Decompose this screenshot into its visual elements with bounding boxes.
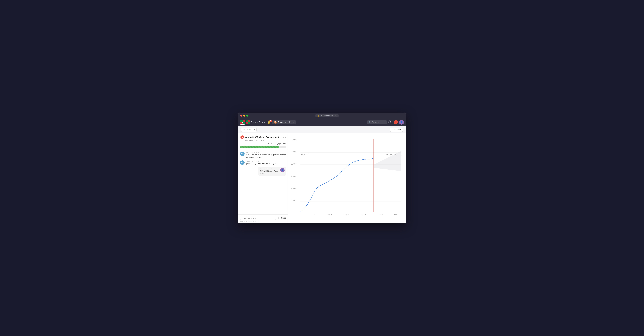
data-dot — [318, 187, 318, 188]
help-button[interactable]: ? — [388, 120, 392, 124]
data-dot — [358, 160, 359, 161]
new-kpi-label: + New KPI — [392, 128, 401, 131]
breadcrumb-text: Reporting / KPIs — [278, 121, 292, 123]
lock-icon: 🔒 — [318, 115, 320, 117]
svg-rect-8 — [248, 122, 250, 124]
y-label-20000: 20,000 — [291, 163, 296, 165]
search-label: Search — [372, 121, 378, 123]
right-panel: 30,000 25,000 20,000 15,000 10,000 5,000 — [288, 133, 406, 223]
notification-bell[interactable]: 🔔 49 — [268, 121, 271, 124]
kpi-header: W August 2022 Weibo Engagement ✎ ‹ Mon 1… — [238, 133, 288, 150]
content-area: W August 2022 Weibo Engagement ✎ ‹ Mon 1… — [238, 133, 406, 223]
comment-text: May Li set a KPI of 23,000 Engagement fo… — [246, 153, 286, 159]
svg-rect-5 — [246, 120, 248, 122]
data-dot — [341, 171, 342, 172]
comment-input-row: + SEND — [240, 216, 286, 220]
url-text: app.kawo.com — [321, 115, 333, 117]
kpi-target-row: 23,000 Engagement — [240, 142, 286, 145]
main-content: Active KPIs ▾ + New KPI W August 2022 We… — [238, 126, 406, 223]
kpi-date: Mon 1 Aug - Wed 31 Aug — [245, 139, 286, 141]
target-label: TARGET — [301, 154, 308, 155]
reload-icon[interactable]: ↻ — [335, 114, 336, 117]
chart-area: 30,000 25,000 20,000 15,000 10,000 5,000 — [291, 135, 403, 221]
y-label-30000: 30,000 — [291, 139, 296, 140]
collapse-icon[interactable]: ‹ — [285, 136, 286, 138]
add-button[interactable]: + — [394, 120, 398, 124]
reply-timestamp: Fri 19 Aug at 15:20 — [260, 168, 279, 170]
reporting-icon: 📊 — [274, 121, 276, 124]
url-bar: 🔒 app.kawo.com ↻ — [250, 114, 404, 117]
x-label-aug30: Aug 30 — [394, 214, 399, 215]
url-pill[interactable]: 🔒 app.kawo.com ↻ — [316, 114, 339, 117]
x-label-aug15: Aug 15 — [344, 214, 350, 215]
maximize-button[interactable] — [246, 115, 248, 117]
comment-hint: Type @ to mention a user... — [240, 220, 286, 222]
data-dot — [334, 177, 335, 178]
left-panel: W August 2022 Weibo Engagement ✎ ‹ Mon 1… — [238, 133, 288, 223]
y-label-10000: 10,000 — [291, 188, 296, 190]
comment-body: Fri 19 Aug at 15:18 @Alex Feng Add a vot… — [246, 160, 286, 165]
comment-item: ML Wed 13 Jul at 18:20 May Li set a KPI … — [240, 151, 286, 159]
reply-wrapper: Fri 19 Aug at 15:20 @May Li No pro. Done… — [240, 167, 286, 176]
y-label-15000: 15,000 — [291, 176, 296, 177]
weibo-icon: W — [240, 135, 244, 139]
kpi-filter-label: Active KPIs — [243, 128, 253, 131]
comment-avatar: ML — [240, 151, 244, 156]
title-bar: 🔒 app.kawo.com ↻ — [238, 113, 406, 119]
x-label-aug10: Aug 10 — [328, 214, 333, 215]
comment-reply: Fri 19 Aug at 15:20 @May Li No pro. Done… — [258, 167, 286, 176]
toolbar: Active KPIs ▾ + New KPI — [238, 126, 406, 133]
data-dot — [362, 159, 362, 160]
data-dot — [365, 159, 366, 159]
data-dot — [368, 159, 369, 159]
data-dot — [355, 161, 356, 162]
x-label-aug20: Aug 20 — [361, 214, 366, 215]
comment-timestamp: Wed 13 Jul at 18:20 — [246, 151, 286, 153]
breadcrumb-area: 📊 Reporting / KPIs ▾ — [272, 120, 366, 124]
data-dot — [328, 181, 328, 182]
breadcrumb-pill[interactable]: 📊 Reporting / KPIs ▾ — [272, 120, 296, 124]
data-dot — [300, 211, 301, 212]
new-kpi-button[interactable]: + New KPI — [390, 128, 403, 132]
traffic-lights — [240, 115, 248, 117]
data-dot — [314, 191, 315, 192]
data-dot — [348, 165, 349, 166]
chevron-down-icon: ▾ — [254, 129, 255, 130]
comment-item: ML Fri 19 Aug at 15:18 @Alex Feng Add a … — [240, 160, 286, 165]
account-chip[interactable]: Guerrini Cheese — [246, 120, 266, 124]
account-icon — [246, 120, 250, 124]
chevron-down-icon: ▾ — [293, 121, 294, 123]
reply-avatar: 👤 — [280, 168, 284, 172]
close-button[interactable] — [240, 115, 242, 117]
nav-bar: Guerrini Cheese 🔔 49 📊 Reporting / KPIs … — [238, 119, 406, 126]
comment-input[interactable] — [240, 216, 276, 220]
data-dot — [345, 168, 345, 169]
plus-icon: + — [395, 121, 396, 124]
search-bar[interactable]: 🔍 Search — [367, 120, 387, 124]
kpi-title-row: W August 2022 Weibo Engagement ✎ ‹ — [240, 135, 286, 139]
data-dot — [331, 179, 332, 180]
comment-avatar: ML — [240, 160, 244, 165]
kpi-target-value: 23,000 Engagement — [268, 142, 286, 145]
minimize-button[interactable] — [243, 115, 245, 117]
comment-text: @Alex Feng Add a vote on 20 August. — [246, 162, 286, 165]
kpi-filter-dropdown[interactable]: Active KPIs ▾ — [241, 128, 256, 132]
kpi-actions: ✎ ‹ — [282, 136, 286, 138]
progress-bar — [240, 146, 286, 148]
current-data-dot — [372, 158, 373, 159]
send-button[interactable]: SEND — [281, 217, 286, 219]
y-label-5000: 5,000 — [291, 200, 296, 202]
user-avatar[interactable]: 👤 — [399, 120, 404, 125]
brand-logo — [240, 120, 245, 125]
svg-point-4 — [242, 122, 243, 123]
kpi-title: August 2022 Weibo Engagement — [245, 136, 281, 138]
svg-rect-7 — [246, 122, 248, 124]
brand-name: Guerrini Cheese — [251, 121, 266, 123]
data-dot — [307, 204, 308, 205]
edit-icon[interactable]: ✎ — [282, 136, 284, 138]
comment-add-button[interactable]: + — [277, 216, 280, 220]
reply-read: Read — [260, 172, 279, 174]
search-icon: 🔍 — [368, 121, 371, 123]
data-dot — [351, 163, 352, 163]
comment-input-area: + SEND Type @ to mention a user... — [238, 214, 288, 223]
